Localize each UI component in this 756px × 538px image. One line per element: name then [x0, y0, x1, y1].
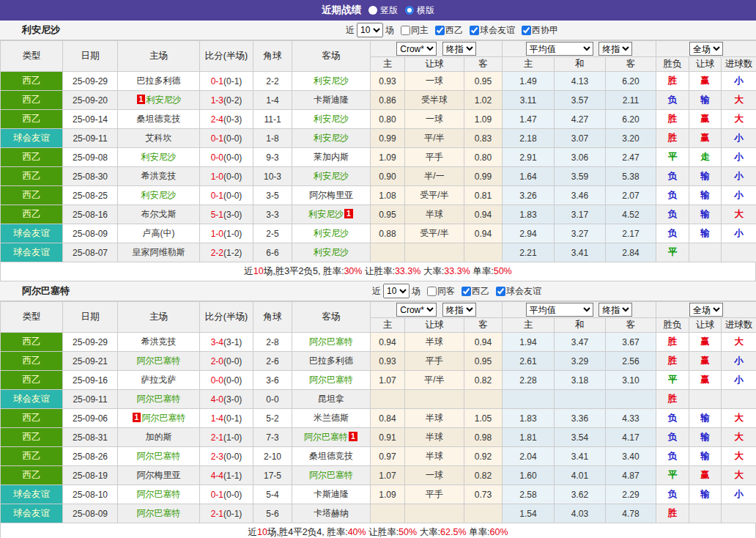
odds-home-cell: [371, 504, 405, 523]
home-team-cell: 希洪竞技: [118, 167, 200, 186]
filter-checkbox-input[interactable]: [435, 26, 445, 35]
away-team-cell: 利安尼沙: [292, 110, 371, 129]
team-header-row: 利安尼沙 近10场同主西乙球会友谊西协甲: [0, 21, 756, 40]
radio-unchecked-icon[interactable]: [368, 6, 377, 15]
handicap-result-cell: [689, 390, 722, 409]
odds-home-cell: 1.07: [371, 371, 405, 390]
odds-handicap-cell: 受半球: [405, 91, 464, 110]
avg-away-cell: 5.38: [606, 167, 656, 186]
corners-cell: 5-6: [253, 504, 292, 523]
halftime-score: (0-2): [223, 95, 242, 106]
radio-checked-icon[interactable]: [405, 6, 414, 15]
col-handicap-result: 让球: [689, 318, 722, 333]
home-team-cell: 桑坦德竞技: [118, 110, 200, 129]
corners-cell: 2-8: [253, 333, 292, 352]
fulltime-select[interactable]: 全场: [689, 303, 723, 317]
avg-final-select[interactable]: 终指: [598, 303, 632, 317]
team-link: 米兰德斯: [314, 413, 349, 423]
avg-select-group: 平均值 终指: [503, 302, 656, 318]
team-link: 希洪竞技: [141, 336, 177, 347]
match-count-select[interactable]: 10: [357, 23, 383, 37]
odds-home-cell: 0.93: [371, 352, 405, 371]
avg-draw-cell: 3.27: [555, 224, 606, 243]
team-link: 阿尔巴塞特: [141, 413, 185, 423]
away-team-cell: 卡斯迪隆: [292, 91, 371, 110]
filter-checkbox-2[interactable]: 球会友谊: [492, 285, 541, 298]
halftime-score: (3-1): [223, 337, 242, 347]
table-row: 球会友谊25-08-07皇家阿维勒斯2-2(1-2)6-6利安尼沙2.213.4…: [1, 243, 756, 262]
match-count-select[interactable]: 10: [383, 284, 410, 298]
filter-checkbox-label: 西协甲: [532, 24, 558, 37]
filter-checkbox-label: 球会友谊: [480, 24, 515, 37]
table-row: 球会友谊25-09-11阿尔巴塞特4-0(3-0)0-0昆坦拿胜: [1, 390, 756, 409]
filter-checkbox-0[interactable]: 同主: [396, 24, 429, 37]
odds-home-cell: 0.94: [371, 333, 405, 352]
date-cell: 25-09-20: [63, 91, 118, 110]
filter-checkbox-input[interactable]: [522, 26, 531, 35]
avg-draw-cell: 4.27: [555, 110, 606, 129]
date-cell: 25-08-16: [63, 205, 118, 224]
col-corner: 角球: [253, 41, 292, 72]
avg-away-cell: 2.29: [606, 485, 656, 504]
halftime-score: (0-1): [223, 509, 242, 519]
score-cell: 1-0(1-0): [200, 224, 253, 243]
score-cell: 3-4(3-1): [200, 333, 253, 352]
odds-source-select[interactable]: Crow*: [396, 303, 437, 317]
col-away: 客场: [292, 41, 371, 72]
team-link: 利安尼沙: [314, 228, 349, 238]
avg-source-select[interactable]: 平均值: [526, 42, 593, 56]
red-card-badge: 1: [344, 209, 353, 218]
filter-checkbox-input[interactable]: [427, 287, 437, 296]
avg-draw-cell: 3.41: [555, 447, 606, 466]
table-row: 西乙25-09-061阿尔巴塞特1-4(0-1)5-2米兰德斯0.84半球1.0…: [1, 409, 756, 428]
avg-away-cell: 6.20: [606, 110, 656, 129]
odds-home-cell: 0.95: [371, 205, 405, 224]
avg-final-select[interactable]: 终指: [598, 42, 632, 56]
avg-away-cell: 4.17: [606, 428, 656, 447]
avg-home-cell: 2.28: [503, 371, 555, 390]
table-row: 西乙25-08-25利安尼沙0-1(0-0)3-5阿尔梅里亚1.08受平/半0.…: [1, 186, 756, 205]
league-cell: 西乙: [1, 91, 63, 110]
filter-checkbox-1[interactable]: 西乙: [457, 285, 489, 298]
filter-checkbox-2[interactable]: 球会友谊: [465, 24, 515, 37]
vertical-layout-radio[interactable]: 竖版: [368, 4, 398, 17]
score-cell: 0-0(0-0): [200, 371, 253, 390]
summary-line: 近10场,胜4平2负4, 胜率:40% 让胜率:50% 大率:62.5% 单率:…: [0, 523, 756, 538]
team-link: 利安尼沙: [314, 133, 349, 143]
home-team-cell: 阿尔梅里亚: [118, 466, 200, 485]
team-link: 利安尼沙: [141, 190, 177, 200]
odds-away-cell: 1.09: [464, 110, 503, 129]
team-link: 桑坦德竞技: [309, 451, 353, 461]
result-cell: 负: [656, 485, 689, 504]
fulltime-score: 1-3: [211, 95, 223, 106]
league-cell: 西乙: [1, 447, 63, 466]
odds-home-cell: 1.09: [371, 148, 405, 167]
odds-source-select[interactable]: Crow*: [396, 42, 437, 56]
table-row: 西乙25-09-21阿尔巴塞特2-0(0-0)2-6巴拉多利德0.93平手0.9…: [1, 352, 756, 371]
date-cell: 25-09-29: [63, 333, 118, 352]
odds-final-select[interactable]: 终指: [442, 42, 476, 56]
filter-checkbox-label: 球会友谊: [506, 285, 541, 298]
goals-result-cell: 小: [722, 224, 756, 243]
filter-checkbox-input[interactable]: [496, 287, 505, 296]
results-table: 类型 日期 主场 比分(半场) 角球 客场 Crow* 终指 平均值 终指: [0, 40, 756, 262]
filter-checkbox-input[interactable]: [401, 26, 410, 35]
league-cell: 西乙: [1, 148, 63, 167]
filter-checkbox-1[interactable]: 西乙: [431, 24, 463, 37]
horizontal-layout-radio[interactable]: 横版: [405, 4, 434, 17]
league-cell: 西乙: [1, 409, 63, 428]
goals-result-cell: 小: [722, 186, 756, 205]
odds-final-select[interactable]: 终指: [442, 303, 476, 317]
goals-result-cell: [722, 243, 756, 262]
score-cell: 2-1(0-1): [200, 504, 253, 523]
halftime-score: (1-2): [223, 248, 242, 258]
filter-checkbox-3[interactable]: 西协甲: [517, 24, 558, 37]
home-team-cell: 阿尔巴塞特: [118, 352, 200, 371]
fulltime-select[interactable]: 全场: [689, 42, 723, 56]
filter-checkbox-0[interactable]: 同客: [423, 285, 455, 298]
avg-source-select[interactable]: 平均值: [526, 303, 593, 317]
filter-checkbox-input[interactable]: [470, 26, 479, 35]
score-cell: 1-3(0-2): [200, 91, 253, 110]
filter-checkbox-input[interactable]: [462, 287, 471, 296]
odds-home-cell: [371, 243, 405, 262]
